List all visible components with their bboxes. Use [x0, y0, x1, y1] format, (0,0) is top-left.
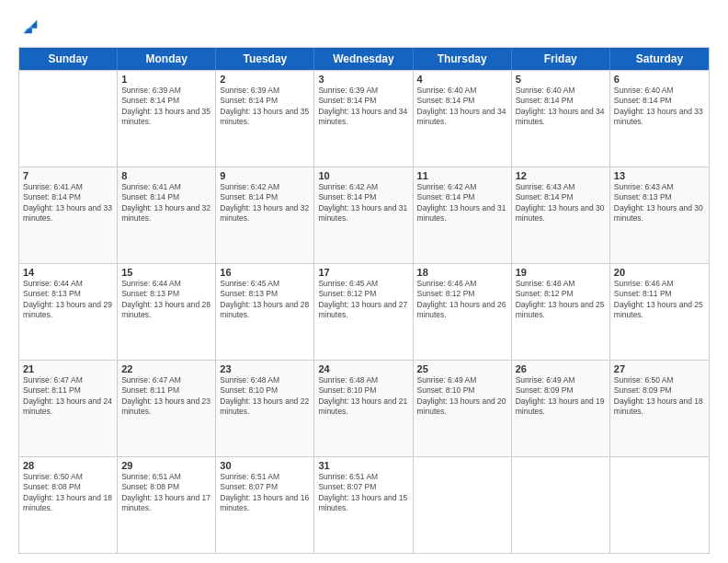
page: SundayMondayTuesdayWednesdayThursdayFrid… — [0, 0, 728, 563]
day-info: Sunrise: 6:40 AM Sunset: 8:14 PM Dayligh… — [417, 86, 507, 128]
day-info: Sunrise: 6:41 AM Sunset: 8:14 PM Dayligh… — [121, 182, 211, 224]
calendar-row-1: 1Sunrise: 6:39 AM Sunset: 8:14 PM Daylig… — [19, 70, 709, 167]
day-info: Sunrise: 6:46 AM Sunset: 8:12 PM Dayligh… — [516, 279, 606, 321]
day-number: 1 — [121, 74, 211, 85]
day-number: 28 — [23, 460, 113, 471]
day-info: Sunrise: 6:50 AM Sunset: 8:08 PM Dayligh… — [23, 472, 113, 514]
day-info: Sunrise: 6:45 AM Sunset: 8:12 PM Dayligh… — [318, 279, 408, 321]
day-info: Sunrise: 6:42 AM Sunset: 8:14 PM Dayligh… — [318, 182, 408, 224]
calendar-cell-5-6 — [512, 457, 610, 553]
calendar-cell-3-7: 20Sunrise: 6:46 AM Sunset: 8:11 PM Dayli… — [610, 264, 709, 360]
calendar-cell-5-2: 29Sunrise: 6:51 AM Sunset: 8:08 PM Dayli… — [118, 457, 216, 553]
calendar-row-4: 21Sunrise: 6:47 AM Sunset: 8:11 PM Dayli… — [19, 360, 709, 456]
calendar-cell-1-7: 6Sunrise: 6:40 AM Sunset: 8:14 PM Daylig… — [610, 71, 709, 167]
day-info: Sunrise: 6:51 AM Sunset: 8:07 PM Dayligh… — [318, 472, 408, 514]
day-number: 27 — [614, 363, 705, 374]
calendar-cell-5-4: 31Sunrise: 6:51 AM Sunset: 8:07 PM Dayli… — [314, 457, 413, 553]
day-info: Sunrise: 6:42 AM Sunset: 8:14 PM Dayligh… — [220, 182, 310, 224]
day-info: Sunrise: 6:46 AM Sunset: 8:12 PM Dayligh… — [417, 279, 507, 321]
day-number: 29 — [121, 460, 211, 471]
calendar-cell-1-5: 4Sunrise: 6:40 AM Sunset: 8:14 PM Daylig… — [414, 71, 512, 167]
calendar-cell-2-2: 8Sunrise: 6:41 AM Sunset: 8:14 PM Daylig… — [118, 167, 216, 263]
calendar-cell-4-5: 25Sunrise: 6:49 AM Sunset: 8:10 PM Dayli… — [414, 361, 512, 456]
day-number: 20 — [614, 267, 705, 278]
day-number: 10 — [318, 170, 408, 181]
day-info: Sunrise: 6:49 AM Sunset: 8:09 PM Dayligh… — [516, 375, 606, 418]
day-number: 21 — [23, 363, 113, 374]
header-day-sunday: Sunday — [19, 48, 118, 70]
day-info: Sunrise: 6:48 AM Sunset: 8:10 PM Dayligh… — [318, 375, 408, 418]
calendar-cell-5-3: 30Sunrise: 6:51 AM Sunset: 8:07 PM Dayli… — [216, 457, 314, 553]
calendar-cell-3-5: 18Sunrise: 6:46 AM Sunset: 8:12 PM Dayli… — [414, 264, 512, 360]
calendar-row-3: 14Sunrise: 6:44 AM Sunset: 8:13 PM Dayli… — [19, 263, 709, 360]
day-number: 14 — [23, 267, 113, 278]
calendar-cell-2-1: 7Sunrise: 6:41 AM Sunset: 8:14 PM Daylig… — [19, 167, 118, 263]
header — [18, 17, 710, 38]
day-info: Sunrise: 6:46 AM Sunset: 8:11 PM Dayligh… — [614, 279, 705, 321]
day-info: Sunrise: 6:42 AM Sunset: 8:14 PM Dayligh… — [417, 182, 507, 224]
header-day-monday: Monday — [118, 48, 216, 70]
calendar-cell-2-5: 11Sunrise: 6:42 AM Sunset: 8:14 PM Dayli… — [414, 167, 512, 263]
day-number: 18 — [417, 267, 507, 278]
day-info: Sunrise: 6:49 AM Sunset: 8:10 PM Dayligh… — [417, 375, 507, 418]
day-info: Sunrise: 6:39 AM Sunset: 8:14 PM Dayligh… — [121, 86, 211, 128]
calendar-cell-1-4: 3Sunrise: 6:39 AM Sunset: 8:14 PM Daylig… — [314, 71, 413, 167]
day-info: Sunrise: 6:47 AM Sunset: 8:11 PM Dayligh… — [23, 375, 113, 418]
calendar-cell-4-6: 26Sunrise: 6:49 AM Sunset: 8:09 PM Dayli… — [512, 361, 610, 456]
calendar-cell-3-4: 17Sunrise: 6:45 AM Sunset: 8:12 PM Dayli… — [314, 264, 413, 360]
calendar-cell-3-2: 15Sunrise: 6:44 AM Sunset: 8:13 PM Dayli… — [118, 264, 216, 360]
day-number: 13 — [614, 170, 705, 181]
calendar-cell-4-4: 24Sunrise: 6:48 AM Sunset: 8:10 PM Dayli… — [314, 361, 413, 456]
day-info: Sunrise: 6:50 AM Sunset: 8:09 PM Dayligh… — [614, 375, 705, 418]
day-number: 7 — [23, 170, 113, 181]
day-info: Sunrise: 6:47 AM Sunset: 8:11 PM Dayligh… — [121, 375, 211, 418]
day-number: 3 — [318, 74, 408, 85]
calendar-row-5: 28Sunrise: 6:50 AM Sunset: 8:08 PM Dayli… — [19, 456, 709, 553]
day-info: Sunrise: 6:40 AM Sunset: 8:14 PM Dayligh… — [614, 86, 705, 128]
logo-arrow-icon — [20, 17, 40, 37]
day-info: Sunrise: 6:41 AM Sunset: 8:14 PM Dayligh… — [23, 182, 113, 224]
day-number: 9 — [220, 170, 310, 181]
calendar-cell-4-1: 21Sunrise: 6:47 AM Sunset: 8:11 PM Dayli… — [19, 361, 118, 456]
calendar-cell-1-1 — [19, 71, 118, 167]
calendar-cell-4-2: 22Sunrise: 6:47 AM Sunset: 8:11 PM Dayli… — [118, 361, 216, 456]
calendar-body: 1Sunrise: 6:39 AM Sunset: 8:14 PM Daylig… — [19, 70, 709, 553]
day-info: Sunrise: 6:48 AM Sunset: 8:10 PM Dayligh… — [220, 375, 310, 418]
day-info: Sunrise: 6:45 AM Sunset: 8:13 PM Dayligh… — [220, 279, 310, 321]
calendar-cell-5-5 — [414, 457, 512, 553]
calendar-cell-1-3: 2Sunrise: 6:39 AM Sunset: 8:14 PM Daylig… — [216, 71, 314, 167]
calendar-row-2: 7Sunrise: 6:41 AM Sunset: 8:14 PM Daylig… — [19, 167, 709, 263]
day-number: 4 — [417, 74, 507, 85]
day-number: 25 — [417, 363, 507, 374]
day-info: Sunrise: 6:39 AM Sunset: 8:14 PM Dayligh… — [318, 86, 408, 128]
day-info: Sunrise: 6:40 AM Sunset: 8:14 PM Dayligh… — [516, 86, 606, 128]
calendar-cell-5-1: 28Sunrise: 6:50 AM Sunset: 8:08 PM Dayli… — [19, 457, 118, 553]
calendar-cell-2-7: 13Sunrise: 6:43 AM Sunset: 8:13 PM Dayli… — [610, 167, 709, 263]
calendar: SundayMondayTuesdayWednesdayThursdayFrid… — [18, 47, 710, 554]
day-number: 12 — [516, 170, 606, 181]
day-info: Sunrise: 6:43 AM Sunset: 8:13 PM Dayligh… — [614, 182, 705, 224]
calendar-cell-5-7 — [610, 457, 709, 553]
day-number: 2 — [220, 74, 310, 85]
calendar-cell-1-6: 5Sunrise: 6:40 AM Sunset: 8:14 PM Daylig… — [512, 71, 610, 167]
day-number: 15 — [121, 267, 211, 278]
day-info: Sunrise: 6:44 AM Sunset: 8:13 PM Dayligh… — [23, 279, 113, 321]
calendar-cell-2-3: 9Sunrise: 6:42 AM Sunset: 8:14 PM Daylig… — [216, 167, 314, 263]
calendar-cell-3-6: 19Sunrise: 6:46 AM Sunset: 8:12 PM Dayli… — [512, 264, 610, 360]
calendar-cell-2-4: 10Sunrise: 6:42 AM Sunset: 8:14 PM Dayli… — [314, 167, 413, 263]
day-info: Sunrise: 6:44 AM Sunset: 8:13 PM Dayligh… — [121, 279, 211, 321]
calendar-cell-4-3: 23Sunrise: 6:48 AM Sunset: 8:10 PM Dayli… — [216, 361, 314, 456]
day-number: 19 — [516, 267, 606, 278]
day-number: 22 — [121, 363, 211, 374]
day-number: 30 — [220, 460, 310, 471]
day-info: Sunrise: 6:39 AM Sunset: 8:14 PM Dayligh… — [220, 86, 310, 128]
day-number: 23 — [220, 363, 310, 374]
day-number: 16 — [220, 267, 310, 278]
day-number: 8 — [121, 170, 211, 181]
calendar-cell-4-7: 27Sunrise: 6:50 AM Sunset: 8:09 PM Dayli… — [610, 361, 709, 456]
day-number: 17 — [318, 267, 408, 278]
calendar-header: SundayMondayTuesdayWednesdayThursdayFrid… — [19, 48, 709, 70]
day-number: 11 — [417, 170, 507, 181]
calendar-cell-2-6: 12Sunrise: 6:43 AM Sunset: 8:14 PM Dayli… — [512, 167, 610, 263]
header-day-thursday: Thursday — [414, 48, 512, 70]
